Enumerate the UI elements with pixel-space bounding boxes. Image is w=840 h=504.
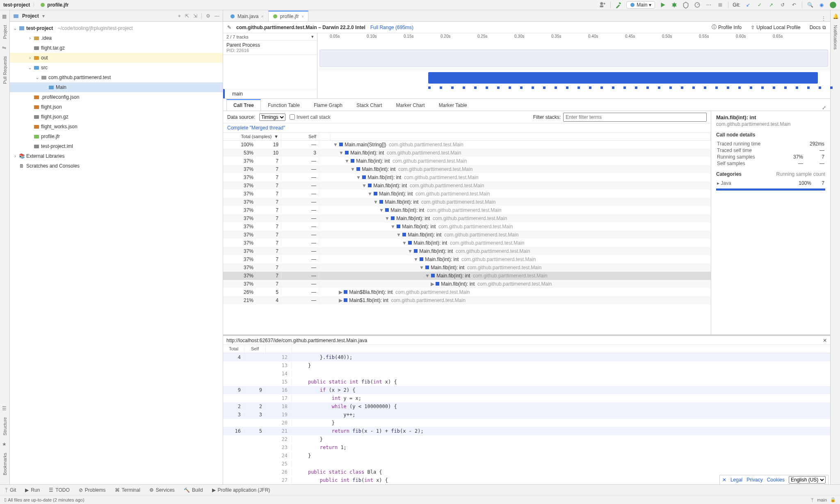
call-tree-row[interactable]: 37%7—▼ Main.fib(int): int com.github.par… xyxy=(223,247,711,255)
bottom-tool[interactable]: ▶Run xyxy=(25,487,40,493)
call-tree-row[interactable]: 100%19—▼ Main.main(String[]) com.github.… xyxy=(223,141,711,149)
editor-tab[interactable]: Main.java× xyxy=(226,11,268,21)
call-tree-row[interactable]: 21%4—▶ Main$1.fib(int): int com.github.p… xyxy=(223,296,711,304)
search-icon[interactable]: 🔍 xyxy=(806,1,814,9)
avatar-icon[interactable] xyxy=(829,1,837,9)
pr-gutter-label[interactable]: Pull Requests xyxy=(2,56,7,84)
tree-item[interactable]: ⌄com.github.parttimenerd.test xyxy=(10,73,223,82)
bottom-tool[interactable]: ⊘Problems xyxy=(79,487,106,493)
structure-gutter-icon[interactable]: ☰ xyxy=(2,406,8,411)
filter-stacks-input[interactable] xyxy=(563,113,707,122)
revert-icon[interactable]: ↶ xyxy=(790,1,798,9)
external-libraries[interactable]: External Libraries xyxy=(26,153,64,159)
profiler-tab[interactable]: Stack Chart xyxy=(349,100,389,111)
source-line[interactable]: 25 xyxy=(223,460,830,468)
source-line[interactable]: 14 xyxy=(223,370,830,378)
invert-checkbox[interactable] xyxy=(290,114,295,120)
breadcrumb-file[interactable]: profile.jfr xyxy=(47,2,68,8)
target-icon[interactable]: ⌖ xyxy=(178,13,181,19)
scratches-and-consoles[interactable]: Scratches and Consoles xyxy=(26,163,80,169)
close-icon[interactable]: ✕ xyxy=(823,338,827,343)
source-line[interactable]: 3319 y++; xyxy=(223,411,830,419)
tree-item[interactable]: ⌄src xyxy=(10,63,223,73)
close-icon[interactable]: × xyxy=(261,14,263,19)
project-tree[interactable]: ⌄ test-project ~/code/tooling/jfrplugin/… xyxy=(10,22,223,173)
source-line[interactable]: 2218 while (y < 10000000) { xyxy=(223,402,830,411)
tree-item[interactable]: flight_works.json xyxy=(10,122,223,132)
tree-item[interactable]: .profileconfig.json xyxy=(10,92,223,102)
source-line[interactable]: 22 } xyxy=(223,435,830,443)
collapse-icon[interactable]: ⇲ xyxy=(193,13,197,19)
lock-icon[interactable]: 🔒 xyxy=(830,497,836,502)
source-line[interactable]: 15 public static int fib(int x) { xyxy=(223,378,830,386)
data-source-select[interactable]: Timings xyxy=(259,114,285,121)
legal-link[interactable]: Legal xyxy=(730,477,742,483)
close-icon[interactable]: ✕ xyxy=(722,477,726,483)
language-select[interactable]: English (US) xyxy=(789,476,826,484)
profiler-tab[interactable]: Call Tree xyxy=(226,99,261,111)
cookies-link[interactable]: Cookies xyxy=(767,477,785,483)
run-config-selector[interactable]: Main ▾ xyxy=(626,1,655,9)
tree-item[interactable]: flight.tar.gz xyxy=(10,43,223,53)
tree-item[interactable]: ›out xyxy=(10,53,223,63)
call-tree-row[interactable]: 37%7—▼ Main.fib(int): int com.github.par… xyxy=(223,206,711,214)
timeline-main-track[interactable] xyxy=(428,72,818,84)
call-tree-row[interactable]: 37%7—▼ Main.fib(int): int com.github.par… xyxy=(223,173,711,182)
bottom-tool[interactable]: ⚙Services xyxy=(149,487,175,493)
notifications-gutter-label[interactable]: Notifications xyxy=(833,25,838,50)
expand-icon[interactable]: ⤢ xyxy=(822,105,830,111)
docs-link[interactable]: Docs ⧉ xyxy=(810,25,826,30)
hide-icon[interactable]: — xyxy=(215,13,219,19)
profiler-tab[interactable]: Marker Table xyxy=(432,100,474,111)
expand-icon[interactable]: ⇱ xyxy=(185,13,189,19)
gear-icon[interactable]: ⚙ xyxy=(206,13,210,19)
editor-tab[interactable]: profile.jfr× xyxy=(268,11,308,21)
editor-tabs-menu-icon[interactable]: ⋮ xyxy=(821,16,830,21)
close-icon[interactable]: × xyxy=(301,14,304,19)
hammer-icon[interactable] xyxy=(615,1,622,9)
breadcrumb-project[interactable]: test-project xyxy=(3,2,30,8)
project-gutter-icon[interactable]: ▦ xyxy=(2,14,8,19)
invert-call-stack[interactable]: Invert call stack xyxy=(290,114,331,120)
add-user-icon[interactable] xyxy=(599,1,606,9)
call-tree-row[interactable]: 37%7—▼ Main.fib(int): int com.github.par… xyxy=(223,165,711,173)
call-tree-row[interactable]: 37%7—▼ Main.fib(int): int com.github.par… xyxy=(223,157,711,165)
source-line[interactable]: 412 }.fib(40)); xyxy=(223,353,830,361)
call-tree-row[interactable]: 37%7—▼ Main.fib(int): int com.github.par… xyxy=(223,214,711,222)
profiler-tab[interactable]: Function Table xyxy=(261,100,307,111)
profile-range[interactable]: Full Range (695ms) xyxy=(370,25,413,30)
source-line[interactable]: 24 } xyxy=(223,452,830,460)
bottom-tool[interactable]: ᛘGit xyxy=(5,487,16,493)
profile-info[interactable]: ⓘ Profile Info xyxy=(712,24,742,31)
col-total[interactable]: Total (samples) xyxy=(241,134,272,139)
notifications-gutter-icon[interactable]: 🔔 xyxy=(833,14,838,19)
project-gutter-label[interactable]: Project xyxy=(2,25,7,39)
debug-icon[interactable] xyxy=(671,1,678,9)
call-tree-row[interactable]: 37%7—▼ Main.fib(int): int com.github.par… xyxy=(223,182,711,190)
branch-icon[interactable]: ᛘ xyxy=(811,497,814,502)
call-tree-row[interactable]: 37%7—▼ Main.fib(int): int com.github.par… xyxy=(223,272,711,280)
timeline-overview[interactable] xyxy=(320,50,828,67)
tree-item[interactable]: profile.jfr xyxy=(10,132,223,141)
call-tree-row[interactable]: 37%7—▼ Main.fib(int): int com.github.par… xyxy=(223,198,711,206)
project-root-name[interactable]: test-project xyxy=(26,25,53,31)
git-commit-icon[interactable]: ✓ xyxy=(756,1,763,9)
source-line[interactable]: 16521 return fib(x - 1) + fib(x - 2); xyxy=(223,427,830,435)
upload-profile[interactable]: ⇧ Upload Local Profile xyxy=(751,25,800,30)
tree-item[interactable]: ›.idea xyxy=(10,33,223,43)
bottom-tool[interactable]: 🔨Build xyxy=(184,487,203,493)
profile-icon[interactable] xyxy=(694,1,701,9)
bottom-tool[interactable]: ☰TODO xyxy=(49,487,69,493)
privacy-link[interactable]: Privacy xyxy=(746,477,762,483)
tree-item[interactable]: Main xyxy=(10,82,223,92)
source-line[interactable]: 9916 if (x > 2) { xyxy=(223,386,830,394)
call-tree-row[interactable]: 37%7—▼ Main.fib(int): int com.github.par… xyxy=(223,190,711,198)
complete-merged-thread-link[interactable]: Complete "Merged thread" xyxy=(223,123,711,132)
call-tree-row[interactable]: 26%5—▶ Main$Bla.fib(int): int com.github… xyxy=(223,288,711,296)
settings-dots-icon[interactable]: ◉ xyxy=(818,1,825,9)
structure-gutter-label[interactable]: Structure xyxy=(2,417,7,436)
pencil-icon[interactable]: ✎ xyxy=(227,25,231,30)
bookmarks-gutter-label[interactable]: Bookmarks xyxy=(2,453,7,475)
stop-icon[interactable] xyxy=(717,1,724,9)
project-view-title[interactable]: Project xyxy=(22,13,39,19)
